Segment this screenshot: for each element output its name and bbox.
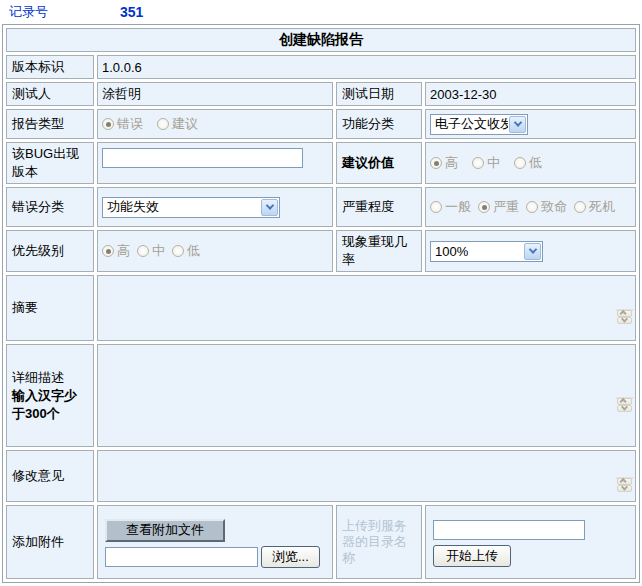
scrollbar[interactable] <box>616 397 633 399</box>
view-attached-files-button[interactable]: 查看附加文件 <box>105 519 225 542</box>
radio-severity-fatal[interactable]: 致命 <box>526 198 567 216</box>
description-note: 输入汉字少于300个 <box>12 388 77 421</box>
radio-severity-crash[interactable]: 死机 <box>574 198 615 216</box>
record-number-value: 351 <box>120 4 143 20</box>
report-type-label: 报告类型 <box>6 109 94 139</box>
chevron-down-icon <box>261 199 278 216</box>
radio-severity-normal[interactable]: 一般 <box>430 198 471 216</box>
version-label: 版本标识 <box>6 55 94 79</box>
scrollbar[interactable] <box>616 477 633 479</box>
radio-icon <box>102 118 114 130</box>
record-number-label: 记录号 <box>9 3 48 21</box>
report-type-radio-group: 错误 建议 <box>102 115 328 133</box>
radio-icon <box>478 201 490 213</box>
radio-report-type-suggestion[interactable]: 建议 <box>157 115 198 133</box>
test-date-value: 2003-12-30 <box>425 82 636 106</box>
bug-version-input[interactable] <box>102 148 303 168</box>
radio-priority-mid[interactable]: 中 <box>137 242 165 260</box>
radio-icon <box>157 118 169 130</box>
error-category-select[interactable]: 功能失效 <box>102 197 280 218</box>
radio-priority-high[interactable]: 高 <box>102 242 130 260</box>
radio-icon <box>514 157 526 169</box>
radio-priority-low[interactable]: 低 <box>172 242 200 260</box>
radio-icon <box>430 157 442 169</box>
test-date-label: 测试日期 <box>336 82 422 106</box>
chevron-down-icon <box>524 243 541 260</box>
radio-suggest-value-low[interactable]: 低 <box>514 154 542 172</box>
tester-value: 涂哲明 <box>97 82 333 106</box>
summary-textarea[interactable]: 点击修改的时候，原有的公文消失了 <box>99 308 616 312</box>
chevron-down-icon <box>509 116 526 133</box>
tester-label: 测试人 <box>6 82 94 106</box>
radio-severity-serious[interactable]: 严重 <box>478 198 519 216</box>
server-dir-input[interactable] <box>433 520 585 540</box>
start-upload-button[interactable]: 开始上传 <box>433 545 511 567</box>
radio-report-type-error[interactable]: 错误 <box>102 115 143 133</box>
attachment-label: 添加附件 <box>6 505 94 579</box>
scroll-down-button[interactable] <box>617 317 632 324</box>
scroll-down-button[interactable] <box>617 485 632 492</box>
bug-version-label: 该BUG出现版本 <box>6 142 94 184</box>
scrollbar[interactable] <box>616 309 633 311</box>
suggest-value-label: 建议价值 <box>336 142 422 184</box>
radio-icon <box>574 201 586 213</box>
suggest-value-radio-group: 高 中 低 <box>430 154 631 172</box>
chevron-down-icon <box>621 316 628 323</box>
recurrence-select[interactable]: 100% <box>430 241 543 262</box>
defect-report-form: 创建缺陷报告 版本标识 1.0.0.6 测试人 涂哲明 测试日期 2003-12… <box>2 24 640 583</box>
description-label: 详细描述 输入汉字少于300个 <box>6 344 94 447</box>
scroll-down-button[interactable] <box>617 405 632 412</box>
error-category-label: 错误分类 <box>6 187 94 227</box>
attachment-file-input[interactable] <box>105 547 258 567</box>
function-category-label: 功能分类 <box>336 109 422 139</box>
chevron-down-icon <box>621 484 628 491</box>
radio-icon <box>430 201 442 213</box>
radio-icon <box>472 157 484 169</box>
browse-button[interactable]: 浏览... <box>261 546 320 568</box>
severity-radio-group: 一般 严重 致命 死机 <box>430 198 631 216</box>
priority-radio-group: 高 中 低 <box>102 242 328 260</box>
chevron-down-icon <box>621 403 628 410</box>
radio-suggest-value-high[interactable]: 高 <box>430 154 458 172</box>
version-value: 1.0.0.6 <box>97 55 636 79</box>
form-title: 创建缺陷报告 <box>6 28 636 52</box>
recurrence-label: 现象重现几率 <box>336 230 422 272</box>
server-dir-label: 上传到服务器的目录名称 <box>336 505 422 579</box>
severity-label: 严重程度 <box>336 187 422 227</box>
radio-icon <box>526 201 538 213</box>
comment-textarea[interactable] <box>99 476 616 480</box>
record-bar: 记录号 351 <box>0 0 642 24</box>
priority-label: 优先级别 <box>6 230 94 272</box>
description-textarea[interactable]: 点击修改的时候，原有的公文消失了 <box>99 396 616 400</box>
function-category-select[interactable]: 电子公文收发 <box>430 114 528 135</box>
radio-icon <box>137 245 149 257</box>
comment-label: 修改意见 <box>6 450 94 502</box>
summary-label: 摘要 <box>6 275 94 341</box>
radio-icon <box>102 245 114 257</box>
radio-icon <box>172 245 184 257</box>
radio-suggest-value-mid[interactable]: 中 <box>472 154 500 172</box>
